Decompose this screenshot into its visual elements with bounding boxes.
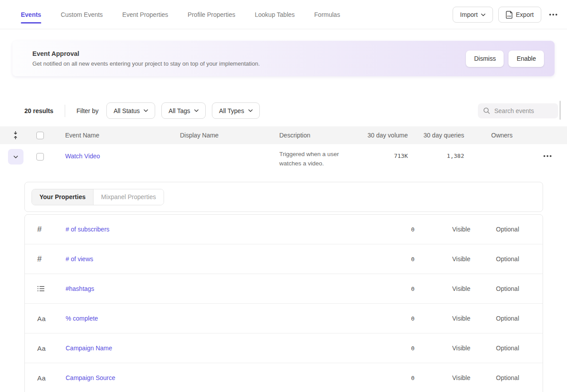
csv-file-icon: csv bbox=[506, 11, 513, 19]
property-requirement: Optional bbox=[470, 255, 519, 263]
tab-formulas[interactable]: Formulas bbox=[314, 0, 340, 29]
filter-bar: 20 results Filter by All Status All Tags… bbox=[24, 102, 266, 119]
import-label: Import bbox=[460, 11, 478, 18]
table-row: Watch Video Triggered when a user watche… bbox=[0, 144, 567, 183]
col-30-day-volume: 30 day volume bbox=[357, 132, 408, 139]
property-requirement: Optional bbox=[470, 285, 519, 292]
property-name-link[interactable]: #hashtags bbox=[66, 285, 361, 292]
row-checkbox[interactable] bbox=[36, 153, 44, 161]
property-row: Aa % complete 0 Visible Optional bbox=[25, 304, 543, 333]
property-requirement: Optional bbox=[470, 374, 519, 381]
nav-more-button[interactable] bbox=[547, 7, 560, 23]
tab-event-properties[interactable]: Event Properties bbox=[122, 0, 168, 29]
property-row: Aa Campaign Name 0 Visible Optional bbox=[25, 333, 543, 363]
events-table-header: Event Name Display Name Description 30 d… bbox=[0, 126, 567, 144]
property-name-link[interactable]: Campaign Source bbox=[66, 374, 361, 381]
chevron-down-icon bbox=[481, 13, 485, 16]
top-nav: Events Custom Events Event Properties Pr… bbox=[0, 0, 567, 29]
collapse-all-icon[interactable] bbox=[0, 131, 31, 140]
property-row: # # of views 0 Visible Optional bbox=[25, 244, 543, 274]
event-name-link[interactable]: Watch Video bbox=[59, 144, 175, 160]
filter-by-label: Filter by bbox=[76, 107, 98, 114]
property-requirement: Optional bbox=[470, 226, 519, 233]
select-all-checkbox[interactable] bbox=[36, 132, 44, 139]
ellipsis-icon bbox=[544, 155, 545, 157]
lexicon-page: Events Custom Events Event Properties Pr… bbox=[0, 0, 567, 392]
chevron-down-icon bbox=[144, 109, 148, 112]
tab-events[interactable]: Events bbox=[21, 0, 41, 29]
nav-actions: Import csv Export bbox=[453, 7, 560, 23]
col-display-name: Display Name bbox=[175, 132, 274, 139]
col-owners: Owners bbox=[464, 132, 528, 139]
tab-mixpanel-properties[interactable]: Mixpanel Properties bbox=[94, 189, 164, 205]
property-requirement: Optional bbox=[470, 345, 519, 352]
collapse-row-button[interactable] bbox=[8, 149, 23, 165]
property-count: 0 bbox=[361, 256, 414, 263]
banner-text: Event Approval Get notified on all new e… bbox=[32, 50, 260, 67]
ellipsis-icon bbox=[549, 14, 551, 16]
banner-description: Get notified on all new events entering … bbox=[32, 60, 260, 67]
search-box bbox=[478, 103, 558, 118]
tab-your-properties[interactable]: Your Properties bbox=[32, 189, 94, 205]
property-count: 0 bbox=[361, 286, 414, 292]
scrollbar-thumb[interactable] bbox=[559, 101, 561, 120]
list-icon bbox=[25, 285, 66, 292]
enable-button[interactable]: Enable bbox=[508, 51, 544, 67]
search-input[interactable] bbox=[494, 107, 552, 114]
property-visibility: Visible bbox=[414, 315, 470, 322]
event-approval-banner: Event Approval Get notified on all new e… bbox=[12, 41, 555, 76]
property-count: 0 bbox=[361, 226, 414, 233]
banner-actions: Dismiss Enable bbox=[466, 51, 544, 67]
event-description: Triggered when a user watches a video. bbox=[274, 144, 357, 168]
property-visibility: Visible bbox=[414, 345, 470, 352]
tab-custom-events[interactable]: Custom Events bbox=[61, 0, 103, 29]
property-count: 0 bbox=[361, 375, 414, 381]
results-count: 20 results bbox=[24, 107, 53, 114]
chevron-down-icon bbox=[248, 109, 253, 112]
export-label: Export bbox=[516, 11, 534, 18]
tags-filter-dropdown[interactable]: All Tags bbox=[161, 102, 206, 119]
property-visibility: Visible bbox=[414, 374, 470, 381]
property-row: Aa Campaign Source 0 Visible Optional bbox=[25, 363, 543, 392]
tab-profile-properties[interactable]: Profile Properties bbox=[188, 0, 235, 29]
property-name-link[interactable]: % complete bbox=[66, 315, 361, 322]
properties-tabs-card: Your Properties Mixpanel Properties bbox=[24, 182, 543, 212]
row-more-button[interactable] bbox=[528, 144, 567, 157]
property-visibility: Visible bbox=[414, 226, 470, 233]
properties-tab-group: Your Properties Mixpanel Properties bbox=[31, 189, 164, 205]
nav-tab-bar: Events Custom Events Event Properties Pr… bbox=[21, 0, 340, 29]
property-requirement: Optional bbox=[470, 315, 519, 322]
divider bbox=[65, 105, 65, 117]
col-description: Description bbox=[274, 132, 357, 139]
event-30-day-volume: 713K bbox=[357, 144, 408, 159]
dismiss-button[interactable]: Dismiss bbox=[466, 51, 504, 67]
search-icon bbox=[483, 107, 490, 114]
col-30-day-queries: 30 day queries bbox=[408, 132, 464, 139]
text-icon: Aa bbox=[25, 345, 66, 352]
property-row: # # of subscribers 0 Visible Optional bbox=[25, 215, 543, 244]
property-visibility: Visible bbox=[414, 255, 470, 263]
chevron-down-icon bbox=[194, 109, 199, 112]
status-filter-dropdown[interactable]: All Status bbox=[106, 102, 155, 119]
property-count: 0 bbox=[361, 345, 414, 352]
import-button[interactable]: Import bbox=[453, 7, 493, 23]
property-count: 0 bbox=[361, 315, 414, 322]
svg-text:csv: csv bbox=[507, 15, 512, 17]
property-name-link[interactable]: # of subscribers bbox=[66, 226, 361, 233]
text-icon: Aa bbox=[25, 315, 66, 322]
banner-title: Event Approval bbox=[32, 50, 260, 57]
tab-lookup-tables[interactable]: Lookup Tables bbox=[255, 0, 295, 29]
event-30-day-queries: 1,382 bbox=[408, 144, 464, 159]
hash-icon: # bbox=[25, 225, 66, 234]
export-button[interactable]: csv Export bbox=[498, 7, 541, 23]
property-visibility: Visible bbox=[414, 285, 470, 292]
text-icon: Aa bbox=[25, 374, 66, 382]
properties-list-card: # # of subscribers 0 Visible Optional # … bbox=[24, 214, 543, 392]
property-name-link[interactable]: # of views bbox=[66, 255, 361, 263]
property-row: #hashtags 0 Visible Optional bbox=[25, 274, 543, 304]
col-event-name: Event Name bbox=[59, 132, 175, 139]
chevron-down-icon bbox=[13, 155, 18, 159]
property-name-link[interactable]: Campaign Name bbox=[66, 345, 361, 352]
hash-icon: # bbox=[25, 255, 66, 264]
types-filter-dropdown[interactable]: All Types bbox=[212, 102, 260, 119]
